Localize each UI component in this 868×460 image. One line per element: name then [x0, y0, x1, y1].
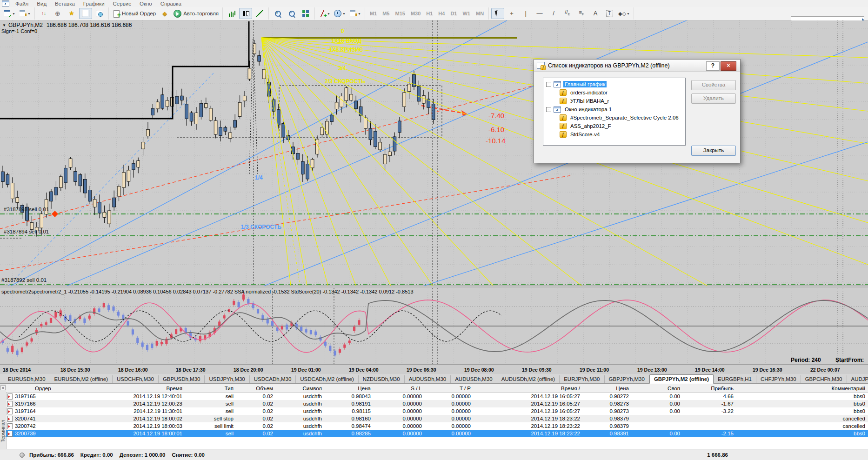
indicator-tree-item[interactable]: fStdScore-v4: [543, 130, 685, 139]
indicator-tree-item[interactable]: f#Spectrometr_Separate_Selective Cycle 2…: [543, 113, 685, 122]
templates-button[interactable]: ▼: [348, 8, 362, 19]
bar-chart-button[interactable]: [225, 8, 238, 19]
order-row[interactable]: 31971642014.12.19 11:30:01sell0.02usdchf…: [6, 407, 868, 415]
new-chart-button[interactable]: ▼: [2, 8, 17, 19]
chart-tab[interactable]: EURUSDh,M2 (offline): [50, 375, 113, 383]
close-button[interactable]: Закрыть: [691, 146, 736, 156]
chart-symbol-line[interactable]: ▼ GBPJPYh,M2 186.686 186.708 186.616 186…: [2, 22, 132, 28]
timeframe-M30[interactable]: M30: [408, 11, 423, 16]
column-header[interactable]: Прибыль: [683, 386, 736, 391]
dialog-close-x-button[interactable]: ×: [721, 61, 736, 71]
text-label-button[interactable]: T: [603, 8, 616, 19]
chart-tab[interactable]: AUDUSDh,M30: [451, 375, 497, 383]
indicator-tree-item[interactable]: fУГЛЫ ИВАНА_r: [543, 97, 685, 105]
order-row[interactable]: 32007392014.12.19 18:00:01sell0.02usdchf…: [6, 430, 868, 437]
column-header[interactable]: T / P: [425, 386, 474, 391]
column-header[interactable]: Цена: [583, 386, 632, 391]
market-watch-button[interactable]: ↑↓: [37, 8, 50, 19]
arrows-button[interactable]: ◆◇▼: [617, 8, 631, 19]
tree-expand-icon[interactable]: -: [546, 107, 551, 112]
chart-tab[interactable]: AUDUSDh,M2 (offline): [497, 375, 560, 383]
strategy-tester-button[interactable]: [93, 8, 106, 19]
timeframe-W1[interactable]: W1: [460, 11, 473, 16]
column-header[interactable]: Своп: [632, 386, 683, 391]
column-header[interactable]: Время: [71, 386, 185, 391]
column-header[interactable]: Символ: [276, 386, 325, 391]
fibonacci-button[interactable]: ≡F: [575, 8, 588, 19]
indicator-tree-item[interactable]: fASS_ahp2012_F: [543, 122, 685, 130]
properties-button[interactable]: Свойства: [691, 80, 736, 90]
column-header[interactable]: Цена: [325, 386, 374, 391]
indicators-tree[interactable]: -Главный графикforders-indicatorfУГЛЫ ИВ…: [543, 78, 686, 146]
vertical-line-button[interactable]: |: [519, 8, 532, 19]
candlestick-chart-button[interactable]: [239, 8, 252, 19]
cursor-button[interactable]: [491, 8, 504, 19]
chart-tab[interactable]: NZDUSDh,M30: [359, 375, 405, 383]
dialog-help-button[interactable]: ?: [706, 61, 720, 71]
tile-windows-button[interactable]: [299, 8, 312, 19]
menu-item-Окно[interactable]: Окно: [135, 1, 156, 7]
terminal-button[interactable]: [79, 8, 92, 19]
data-window-button[interactable]: ⊕: [51, 8, 64, 19]
timeframe-MN[interactable]: MN: [473, 11, 487, 16]
column-header[interactable]: Объем: [236, 386, 276, 391]
order-row[interactable]: 31971662014.12.19 12:00:23sell0.02usdchf…: [6, 400, 868, 407]
crosshair-button[interactable]: +: [505, 8, 518, 19]
chart-tab[interactable]: EURGBPh,H1: [714, 375, 756, 383]
order-row[interactable]: 32007412014.12.19 18:00:02sell stop0.02u…: [6, 415, 868, 422]
chart-tab[interactable]: USDCADh,M2 (offline): [296, 375, 358, 383]
delete-button[interactable]: Удалить: [691, 93, 736, 104]
column-header[interactable]: S / L: [374, 386, 425, 391]
menu-item-Справка[interactable]: Справка: [156, 1, 186, 7]
timeframe-M15[interactable]: M15: [392, 11, 407, 16]
tree-expand-icon[interactable]: -: [546, 82, 551, 87]
trendline-button[interactable]: /: [547, 8, 560, 19]
column-header[interactable]: Тип: [185, 386, 236, 391]
order-row[interactable]: 32007422014.12.19 18:00:03sell limit0.02…: [6, 422, 868, 430]
chart-tab[interactable]: EURJPYh,M30: [560, 375, 604, 383]
column-header[interactable]: Комментарий: [736, 386, 868, 391]
chart-tab[interactable]: USDCHFh,M30: [113, 375, 159, 383]
chart-tab[interactable]: AUDUSDh,M30: [405, 375, 451, 383]
chart-tab[interactable]: USDCADh,M30: [250, 375, 296, 383]
chart-tab[interactable]: GBPJPYh,M2 (offline): [649, 374, 714, 384]
channel-button[interactable]: //E: [561, 8, 574, 19]
zoom-out-button[interactable]: −: [285, 8, 298, 19]
autotrading-button[interactable]: Авто-торговля: [172, 8, 220, 19]
menu-item-Графики[interactable]: Графики: [79, 1, 109, 7]
menu-item-Файл[interactable]: Файл: [11, 1, 33, 7]
line-chart-button[interactable]: [253, 8, 266, 19]
metaeditor-button[interactable]: ◆: [158, 8, 171, 19]
indicators-button[interactable]: ▼: [317, 8, 332, 19]
chart-tab[interactable]: GBPJPYh,M30: [605, 375, 649, 383]
horizontal-line-button[interactable]: —: [533, 8, 546, 19]
timeframe-H1[interactable]: H1: [423, 11, 435, 16]
text-button[interactable]: A: [589, 8, 602, 19]
new-order-button[interactable]: Новый Ордер: [111, 8, 157, 19]
navigator-button[interactable]: ★: [65, 8, 78, 19]
timeframe-H4[interactable]: H4: [435, 11, 447, 16]
chart-tab[interactable]: GBPCHFh,M30: [801, 375, 847, 383]
timeframe-D1[interactable]: D1: [447, 11, 460, 16]
terminal-close-button[interactable]: ×: [0, 385, 6, 390]
indicator-tree-item[interactable]: forders-indicator: [543, 88, 685, 97]
chart-dropdown-icon[interactable]: ▼: [2, 23, 6, 27]
profiles-button[interactable]: ▼: [18, 8, 32, 19]
chart-tab[interactable]: USDJPYh,M30: [205, 375, 249, 383]
menu-item-Вставка[interactable]: Вставка: [51, 1, 79, 7]
chart-tab[interactable]: EURUSDh,M30: [4, 375, 50, 383]
indicator-tree-item[interactable]: -Главный график: [543, 80, 685, 88]
zoom-in-button[interactable]: +: [271, 8, 284, 19]
indicator-tree-item[interactable]: -Окно индикатора 1: [543, 105, 685, 113]
chart-tab[interactable]: CHFJPYh,M30: [756, 375, 801, 383]
chart-tab[interactable]: GBPUSDh,M30: [159, 375, 205, 383]
chart-tab[interactable]: AUDJPYh,M30: [847, 375, 868, 383]
timeframe-M1[interactable]: M1: [367, 11, 380, 16]
menu-item-Сервис[interactable]: Сервис: [109, 1, 135, 7]
order-row[interactable]: 31971652014.12.19 12:40:01sell0.02usdchf…: [6, 393, 868, 400]
periods-button[interactable]: ▼: [333, 8, 347, 19]
menu-item-Вид[interactable]: Вид: [33, 1, 51, 7]
timeframe-M5[interactable]: M5: [380, 11, 392, 16]
indicator-pane[interactable]: spectrometr2spectrometr2_1 -0.21055 -0.1…: [0, 288, 868, 364]
column-header[interactable]: Ордер: [6, 386, 71, 391]
